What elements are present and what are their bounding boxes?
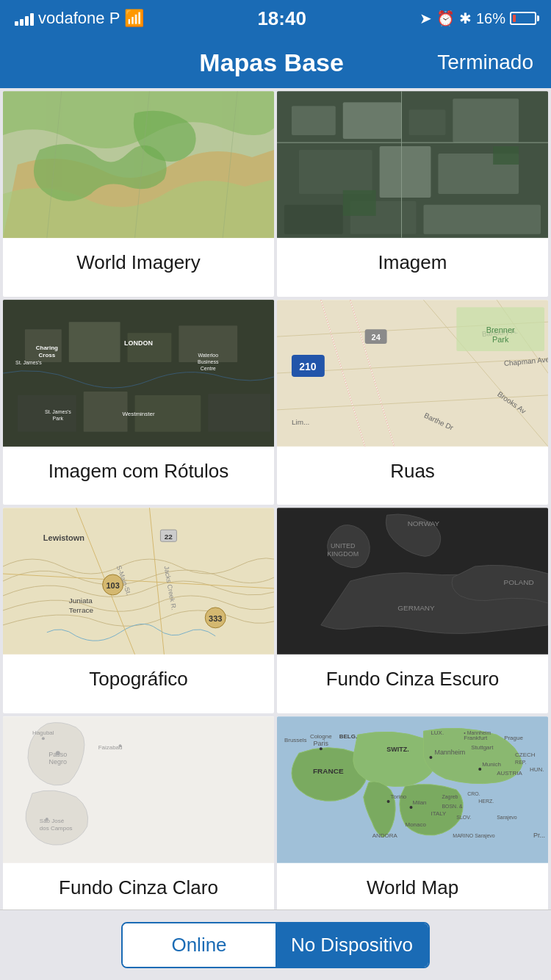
svg-point-109 xyxy=(478,768,481,771)
svg-point-97 xyxy=(320,747,323,750)
svg-text:Stuttgart: Stuttgart xyxy=(471,744,494,751)
svg-point-115 xyxy=(387,799,390,802)
svg-text:Brussels: Brussels xyxy=(284,737,307,743)
page-title: Mapas Base xyxy=(106,48,437,77)
svg-rect-27 xyxy=(84,391,128,431)
battery-label: 16% xyxy=(476,10,505,27)
svg-rect-24 xyxy=(128,333,172,362)
svg-text:HUN.: HUN. xyxy=(530,766,544,773)
nav-bar: Mapas Base Terminado xyxy=(0,37,551,88)
svg-text:Pr...: Pr... xyxy=(533,831,545,838)
wifi-icon: 📶 xyxy=(124,9,144,28)
svg-text:FRANCE: FRANCE xyxy=(313,767,344,775)
map-grid: World Imagery xyxy=(0,88,551,980)
svg-text:Brenner: Brenner xyxy=(486,325,515,334)
location-icon: ➤ xyxy=(419,10,432,27)
battery-fill xyxy=(513,15,516,22)
svg-rect-9 xyxy=(453,98,519,143)
thumbnail-world-imagery xyxy=(3,91,274,238)
done-button[interactable]: Terminado xyxy=(437,51,533,74)
svg-text:Mannheim: Mannheim xyxy=(434,749,465,756)
svg-rect-8 xyxy=(409,109,446,135)
svg-text:210: 210 xyxy=(299,361,317,372)
svg-text:Zagreb: Zagreb xyxy=(442,793,458,799)
segment-online[interactable]: Online xyxy=(123,923,276,967)
svg-text:BOSN. &: BOSN. & xyxy=(442,803,463,808)
svg-text:Monaco: Monaco xyxy=(406,821,427,827)
svg-text:LONDON: LONDON xyxy=(124,339,153,347)
map-label-imagem: Imagem xyxy=(277,238,548,287)
svg-text:St. James's: St. James's xyxy=(45,408,71,414)
signal-bars xyxy=(15,11,34,26)
svg-text:ANDORA: ANDORA xyxy=(372,832,398,838)
map-card-light[interactable]: Passo Negro Hagubal Faizabad São José do… xyxy=(3,716,274,922)
svg-rect-18 xyxy=(343,190,376,216)
svg-text:REP.: REP. xyxy=(515,760,526,765)
status-bar: vodafone P 📶 18:40 ➤ ⏰ ✱ 16% xyxy=(0,0,551,37)
svg-rect-6 xyxy=(292,106,336,135)
thumbnail-topografico: 103 333 22 Lewistown Juniata Terrace Jac… xyxy=(3,508,274,655)
svg-text:333: 333 xyxy=(209,614,222,623)
svg-text:Cologne: Cologne xyxy=(310,733,332,740)
svg-text:Park: Park xyxy=(53,415,64,420)
svg-rect-13 xyxy=(284,205,343,234)
svg-text:UNITED: UNITED xyxy=(331,542,356,550)
alarm-icon: ⏰ xyxy=(436,10,455,27)
svg-text:HERZ.: HERZ. xyxy=(478,798,494,803)
svg-point-117 xyxy=(410,805,413,808)
time-display: 18:40 xyxy=(257,7,306,30)
svg-text:Prague: Prague xyxy=(504,735,523,741)
map-card-imagem[interactable]: Imagem xyxy=(277,91,548,297)
segment-dispositivo[interactable]: No Dispositivo xyxy=(276,923,428,967)
map-label-topografico: Topográfico xyxy=(3,655,274,704)
thumbnail-light: Passo Negro Hagubal Faizabad São José do… xyxy=(3,716,274,863)
bluetooth-icon: ✱ xyxy=(459,10,472,27)
svg-text:BELG.: BELG. xyxy=(339,733,357,740)
map-card-world-imagery[interactable]: World Imagery xyxy=(3,91,274,297)
svg-text:Business: Business xyxy=(198,359,219,364)
segment-control: Online No Dispositivo xyxy=(0,909,551,980)
svg-text:CRO.: CRO. xyxy=(467,790,480,796)
battery-icon xyxy=(510,12,536,25)
map-label-light: Fundo Cinza Claro xyxy=(3,863,274,912)
svg-rect-11 xyxy=(380,146,431,198)
map-card-ruas[interactable]: 210 24 Banbury A. Chapman Ave Barthe Dr … xyxy=(277,300,548,505)
svg-text:24: 24 xyxy=(372,333,381,342)
svg-rect-15 xyxy=(423,205,541,234)
svg-text:SWITZ.: SWITZ. xyxy=(386,746,408,753)
svg-text:Waterloo: Waterloo xyxy=(198,353,218,358)
map-card-topografico[interactable]: 103 333 22 Lewistown Juniata Terrace Jac… xyxy=(3,508,274,713)
status-left: vodafone P 📶 xyxy=(15,9,144,28)
thumbnail-world-map: FRANCE Paris SWITZ. Mannheim Frankfurt P… xyxy=(277,716,548,863)
svg-text:SLOV.: SLOV. xyxy=(456,814,471,819)
svg-text:Lim...: Lim... xyxy=(292,417,309,425)
svg-text:dos Campos: dos Campos xyxy=(40,824,73,831)
svg-text:KINGDOM: KINGDOM xyxy=(327,550,359,558)
map-card-world-map[interactable]: FRANCE Paris SWITZ. Mannheim Frankfurt P… xyxy=(277,716,548,922)
carrier-label: vodafone P xyxy=(38,9,120,28)
thumbnail-dark: UNITED KINGDOM NORWAY POLAND GERMANY xyxy=(277,508,548,655)
svg-text:Sarajevo: Sarajevo xyxy=(497,814,517,820)
svg-text:Munich: Munich xyxy=(482,761,501,768)
svg-text:MARINO Sarajevo: MARINO Sarajevo xyxy=(453,832,494,838)
svg-rect-10 xyxy=(299,150,372,194)
svg-text:Cross: Cross xyxy=(39,352,56,359)
svg-text:GERMANY: GERMANY xyxy=(397,604,435,612)
map-card-dark[interactable]: UNITED KINGDOM NORWAY POLAND GERMANY Fun… xyxy=(277,508,548,713)
svg-text:Paris: Paris xyxy=(314,740,329,747)
segment-inner: Online No Dispositivo xyxy=(121,922,430,968)
svg-text:Milan: Milan xyxy=(413,799,427,805)
svg-rect-7 xyxy=(343,102,402,139)
svg-text:POLAND: POLAND xyxy=(504,578,534,586)
map-card-imagem-rotulos[interactable]: Charing Cross St. James's LONDON Waterlo… xyxy=(3,300,274,505)
svg-text:Charing: Charing xyxy=(36,345,58,351)
svg-text:Park: Park xyxy=(492,335,509,344)
svg-rect-29 xyxy=(208,393,270,431)
svg-text:Juniata: Juniata xyxy=(69,597,93,605)
svg-text:Lewistown: Lewistown xyxy=(43,533,84,542)
svg-text:ITALY: ITALY xyxy=(431,810,447,816)
svg-point-93 xyxy=(46,817,48,820)
svg-rect-23 xyxy=(69,322,120,362)
map-label-ruas: Ruas xyxy=(277,447,548,496)
svg-text:São José: São José xyxy=(40,817,65,824)
